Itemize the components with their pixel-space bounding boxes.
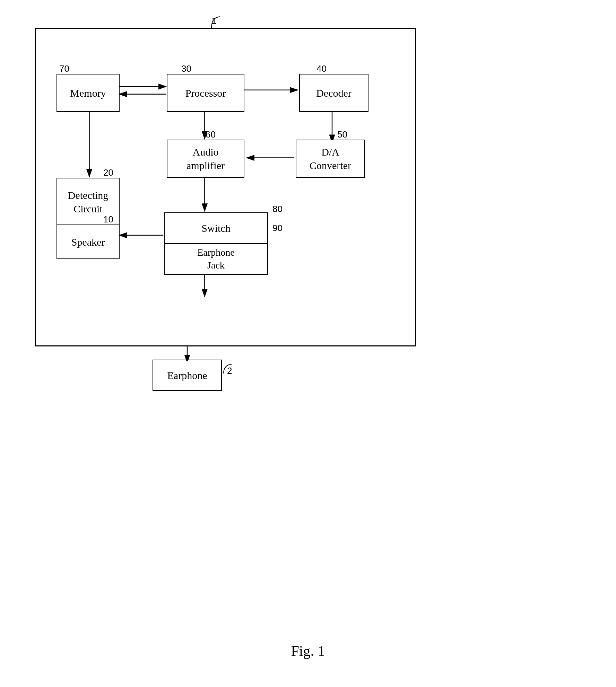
- da-converter-box: D/A Converter: [296, 140, 365, 178]
- audio-amplifier-label: Audio amplifier: [186, 145, 225, 172]
- ref-80: 80: [272, 204, 283, 214]
- decoder-box: Decoder: [299, 74, 368, 112]
- detecting-circuit-label: Detecting Circuit: [68, 188, 109, 215]
- switch-earphone-box: Switch Earphone Jack: [164, 212, 268, 275]
- ref-2-curve: [222, 363, 239, 377]
- switch-label: Switch: [201, 221, 230, 235]
- decoder-label: Decoder: [316, 86, 352, 100]
- audio-amplifier-box: Audio amplifier: [167, 140, 244, 178]
- ref-1-curve: [201, 14, 222, 29]
- processor-box: Processor: [167, 74, 244, 112]
- main-diagram-box: Memory Processor Decoder Detecting Circu…: [35, 28, 416, 346]
- processor-label: Processor: [185, 86, 226, 100]
- ref-10: 10: [103, 214, 113, 225]
- ref-40: 40: [316, 63, 327, 74]
- memory-box: Memory: [57, 74, 120, 112]
- ref-30: 30: [181, 63, 191, 74]
- page-container: Memory Processor Decoder Detecting Circu…: [0, 0, 616, 687]
- earphone-arrow: [184, 346, 191, 361]
- earphone-jack-label: Earphone Jack: [197, 246, 234, 272]
- figure-caption: Fig. 1: [291, 643, 325, 659]
- ref-20: 20: [103, 167, 113, 178]
- fig-title: Fig. 1: [291, 643, 325, 659]
- da-converter-label: D/A Converter: [310, 145, 351, 172]
- ref-60: 60: [206, 129, 216, 140]
- speaker-box: Speaker: [57, 224, 120, 259]
- ref-90: 90: [272, 223, 283, 234]
- ref-70: 70: [59, 63, 69, 74]
- speaker-label: Speaker: [71, 235, 105, 249]
- memory-label: Memory: [70, 86, 106, 100]
- earphone-label: Earphone: [167, 369, 207, 382]
- earphone-box: Earphone: [153, 360, 222, 391]
- ref-50: 50: [337, 129, 347, 140]
